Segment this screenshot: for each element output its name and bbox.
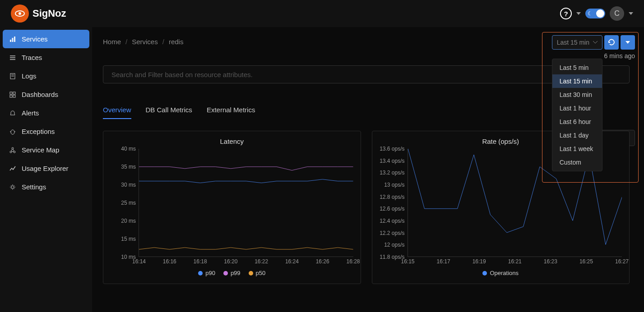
- time-range-dropdown: Last 5 minLast 15 minLast 30 minLast 1 h…: [552, 59, 602, 171]
- theme-toggle[interactable]: ☾: [585, 9, 605, 18]
- help-dropdown-caret[interactable]: [576, 12, 581, 15]
- sidebar-item-dashboards[interactable]: Dashboards: [3, 85, 89, 104]
- chart-legend: Operations: [380, 270, 622, 276]
- svg-rect-14: [13, 95, 15, 97]
- refresh-dropdown-button[interactable]: [621, 35, 635, 50]
- doc-icon: [9, 73, 16, 79]
- sidebar-item-label: Logs: [22, 72, 37, 80]
- time-option[interactable]: Last 30 min: [552, 88, 602, 101]
- sidebar: ServicesTracesLogsDashboardsAlertsExcept…: [0, 27, 92, 312]
- svg-rect-4: [14, 37, 15, 42]
- svg-rect-13: [10, 95, 12, 97]
- avatar-dropdown-caret[interactable]: [629, 12, 633, 15]
- help-icon[interactable]: ?: [560, 8, 572, 19]
- sidebar-item-label: Services: [22, 35, 48, 43]
- svg-line-23: [13, 149, 14, 151]
- breadcrumb-current: redis: [169, 38, 184, 46]
- sidebar-item-usage-explorer[interactable]: Usage Explorer: [3, 159, 89, 178]
- search-input[interactable]: Search and Filter based on resource attr…: [103, 65, 630, 83]
- legend-item[interactable]: p50: [249, 270, 266, 276]
- sidebar-item-label: Alerts: [22, 109, 39, 117]
- svg-point-24: [11, 186, 14, 188]
- breadcrumb-home[interactable]: Home: [103, 38, 121, 46]
- sidebar-item-label: Usage Explorer: [22, 165, 68, 172]
- sidebar-item-label: Exceptions: [22, 128, 55, 135]
- svg-point-20: [12, 147, 14, 149]
- logo-eye-icon: [11, 5, 29, 23]
- refresh-button[interactable]: [604, 35, 619, 50]
- svg-point-19: [14, 151, 15, 153]
- breadcrumb-services[interactable]: Services: [132, 38, 158, 46]
- tab-overview[interactable]: Overview: [103, 106, 131, 119]
- bug-icon: [9, 128, 16, 135]
- app-name: SigNoz: [32, 8, 66, 19]
- app-logo[interactable]: SigNoz: [11, 5, 66, 23]
- gear-icon: [9, 184, 16, 190]
- sidebar-item-logs[interactable]: Logs: [3, 67, 89, 85]
- sidebar-item-exceptions[interactable]: Exceptions: [3, 122, 89, 141]
- legend-item[interactable]: p99: [223, 270, 241, 276]
- lines-icon: [9, 55, 16, 61]
- tabs: OverviewDB Call MetricsExternal Metrics: [103, 106, 630, 119]
- svg-point-15: [11, 130, 14, 134]
- sidebar-item-alerts[interactable]: Alerts: [3, 104, 89, 122]
- sidebar-item-services[interactable]: Services: [3, 30, 89, 48]
- avatar[interactable]: C: [610, 6, 624, 21]
- chart-line-icon: [9, 165, 16, 172]
- svg-line-22: [11, 149, 12, 151]
- time-range-select[interactable]: Last 15 min: [552, 35, 602, 50]
- svg-point-1: [19, 12, 21, 15]
- tab-db-call-metrics[interactable]: DB Call Metrics: [146, 106, 192, 119]
- legend-item[interactable]: Operations: [482, 270, 519, 276]
- time-option[interactable]: Last 6 hour: [552, 115, 602, 128]
- sidebar-item-service-map[interactable]: Service Map: [3, 141, 89, 159]
- chart-title: Latency: [111, 138, 353, 145]
- time-option[interactable]: Last 5 min: [552, 61, 602, 74]
- svg-rect-11: [10, 92, 12, 94]
- sidebar-item-label: Dashboards: [22, 91, 58, 98]
- time-option[interactable]: Last 1 week: [552, 142, 602, 156]
- sidebar-item-traces[interactable]: Traces: [3, 48, 89, 67]
- sidebar-item-label: Service Map: [22, 146, 59, 154]
- breadcrumb: Home / Services / redis: [103, 38, 630, 46]
- chart-bar-icon: [9, 36, 16, 42]
- sidebar-item-settings[interactable]: Settings: [3, 178, 89, 196]
- chart-legend: p90p99p50: [111, 270, 353, 276]
- time-option[interactable]: Last 15 min: [552, 74, 602, 88]
- legend-item[interactable]: p90: [198, 270, 215, 276]
- grid-icon: [9, 92, 16, 98]
- sidebar-item-label: Settings: [22, 183, 46, 191]
- chart-latency: Latency40 ms35 ms30 ms25 ms20 ms15 ms10 …: [103, 131, 361, 284]
- svg-point-18: [10, 151, 12, 153]
- tab-external-metrics[interactable]: External Metrics: [207, 106, 255, 119]
- bell-icon: [9, 110, 16, 116]
- network-icon: [9, 147, 16, 153]
- time-option[interactable]: Last 1 hour: [552, 101, 602, 115]
- time-option[interactable]: Custom: [552, 156, 602, 169]
- time-option[interactable]: Last 1 day: [552, 128, 602, 142]
- svg-rect-2: [10, 40, 11, 42]
- svg-rect-12: [13, 92, 15, 94]
- svg-rect-3: [12, 38, 14, 42]
- sidebar-item-label: Traces: [22, 54, 42, 61]
